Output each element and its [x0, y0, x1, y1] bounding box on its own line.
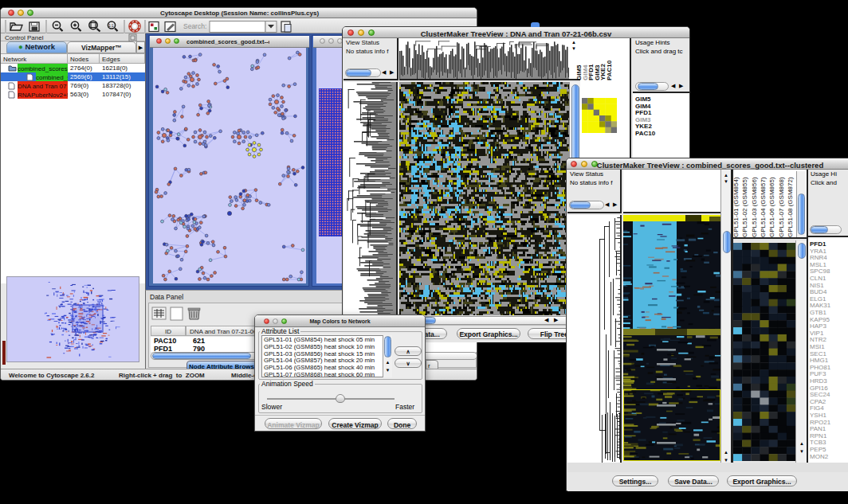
- svg-text:Search:: Search:: [183, 22, 206, 30]
- svg-text:1:1: 1:1: [108, 24, 114, 28]
